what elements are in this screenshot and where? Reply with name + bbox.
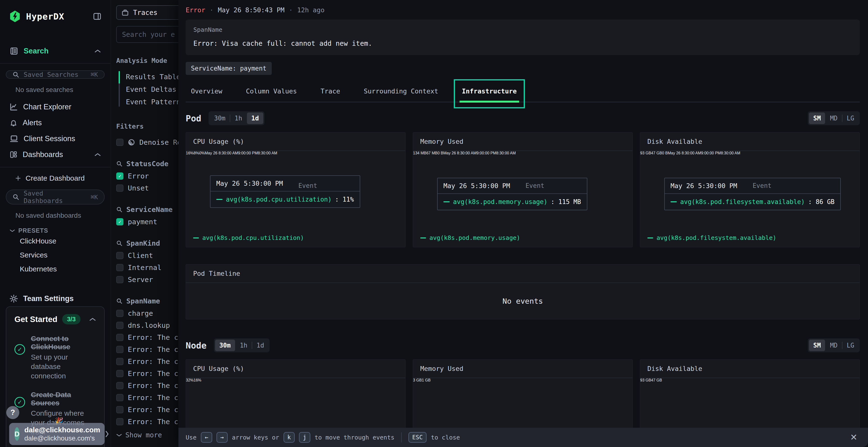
- series-swatch: [671, 201, 677, 202]
- saved-dashboards-input[interactable]: Saved Dashboards ⌘K: [6, 190, 105, 204]
- k-key[interactable]: k: [283, 432, 294, 443]
- unchecked-checkbox[interactable]: [116, 310, 123, 317]
- sidebar-collapse-icon[interactable]: [93, 13, 101, 20]
- filter-option[interactable]: Error: The cr: [116, 332, 179, 343]
- unchecked-checkbox[interactable]: [116, 418, 123, 425]
- unchecked-checkbox[interactable]: [116, 334, 123, 341]
- node-range-1d[interactable]: 1d: [252, 340, 268, 351]
- analysis-mode-event-patterns[interactable]: Event Patterns: [126, 96, 179, 108]
- unchecked-checkbox[interactable]: [116, 276, 123, 283]
- pod-range-1d[interactable]: 1d: [247, 112, 263, 124]
- filter-option[interactable]: Error: The cr: [116, 391, 179, 404]
- filter-option[interactable]: Server: [116, 274, 179, 286]
- sidebar-preset-services[interactable]: Services: [6, 248, 105, 262]
- filter-option[interactable]: Error: The cr: [116, 416, 179, 428]
- filter-option[interactable]: Error: The cr: [116, 343, 179, 355]
- unchecked-checkbox[interactable]: [116, 346, 123, 353]
- arrow-left-key[interactable]: ←: [201, 432, 212, 443]
- filter-option[interactable]: Unset: [116, 182, 179, 194]
- sidebar-item-search[interactable]: Search: [6, 43, 105, 59]
- pod-size-sm[interactable]: SM: [809, 112, 825, 124]
- sidebar-item-client-sessions[interactable]: Client Sessions: [6, 131, 105, 147]
- sidebar-item-dashboards[interactable]: Dashboards: [6, 147, 105, 163]
- chevron-up-icon[interactable]: [89, 317, 96, 321]
- tab-overview[interactable]: Overview: [186, 84, 227, 102]
- help-button[interactable]: ?: [6, 406, 19, 419]
- filter-group-header[interactable]: StatusCode: [116, 158, 179, 170]
- node-size-md[interactable]: MD: [826, 340, 842, 351]
- get-started-header[interactable]: Get Started 3/3: [14, 314, 96, 324]
- chevron-down-icon: [116, 434, 122, 437]
- pod-size-lg[interactable]: LG: [842, 112, 859, 124]
- esc-key[interactable]: ESC: [408, 432, 427, 443]
- sidebar-item-alerts[interactable]: Alerts: [6, 115, 105, 131]
- unchecked-checkbox[interactable]: [116, 322, 123, 329]
- filter-group-spankind: SpanKindClientInternalServer: [116, 237, 179, 286]
- filter-group-spanname: SpanNamechargedns.lookupError: The crErr…: [116, 295, 179, 428]
- chart-plot-area[interactable]: 16%8%0%May 26 8:30:00 AM9:00:00 PM8:30:0…: [186, 151, 405, 232]
- unchecked-checkbox[interactable]: [116, 394, 123, 401]
- saved-searches-input[interactable]: Saved Searches ⌘K: [6, 70, 105, 79]
- filter-option[interactable]: Error: The cr: [116, 368, 179, 380]
- get-started-step[interactable]: ✓Connect to ClickHouseSet up your databa…: [14, 335, 96, 381]
- checked-checkbox[interactable]: ✓: [116, 218, 123, 226]
- node-range-1h[interactable]: 1h: [236, 340, 252, 351]
- filter-group-header[interactable]: ServiceName: [116, 203, 179, 216]
- sidebar-item-chart-explorer[interactable]: Chart Explorer: [6, 99, 105, 115]
- unchecked-checkbox[interactable]: [116, 264, 123, 271]
- filter-group-header[interactable]: SpanKind: [116, 237, 179, 249]
- j-key[interactable]: j: [299, 432, 310, 443]
- sidebar-preset-clickhouse[interactable]: ClickHouse: [6, 234, 105, 248]
- unchecked-checkbox[interactable]: [116, 406, 123, 413]
- unchecked-checkbox[interactable]: [116, 184, 123, 192]
- denoise-checkbox[interactable]: [116, 139, 123, 146]
- event-search-input[interactable]: Search your e: [116, 26, 179, 43]
- search-nav-icon: [10, 47, 18, 55]
- source-select[interactable]: Traces: [116, 5, 179, 20]
- pod-range-30m[interactable]: 30m: [210, 112, 230, 124]
- node-range-30m[interactable]: 30m: [215, 340, 235, 351]
- filter-option[interactable]: charge: [116, 307, 179, 319]
- legend-swatch: [420, 238, 426, 238]
- node-size-sm[interactable]: SM: [809, 340, 825, 351]
- node-size-lg[interactable]: LG: [842, 340, 859, 351]
- pod-range-1h[interactable]: 1h: [230, 112, 246, 124]
- pod-size-md[interactable]: MD: [826, 112, 842, 124]
- separator-dot: ·: [289, 6, 293, 14]
- sidebar-search-label: Search: [24, 47, 49, 56]
- chart-plot-area[interactable]: 134 MB67 MB0 BMay 26 8:30:00 AM9:00:00 P…: [413, 151, 632, 232]
- chart-plot-area[interactable]: 93 GB47 GB0 BMay 26 8:30:00 AM9:00:00 PM…: [640, 151, 860, 232]
- tab-infrastructure[interactable]: Infrastructure: [457, 84, 522, 102]
- filter-option[interactable]: ✓Error: [116, 170, 179, 182]
- create-dashboard-button[interactable]: Create Dashboard: [6, 172, 105, 185]
- analysis-mode-event-deltas[interactable]: Event Deltas: [126, 83, 179, 96]
- tab-column-values[interactable]: Column Values: [241, 84, 302, 102]
- show-more-button[interactable]: Show more: [116, 431, 179, 439]
- filter-group-header[interactable]: SpanName: [116, 295, 179, 307]
- filter-option[interactable]: Error: The cr: [116, 380, 179, 391]
- denoise-toggle[interactable]: Denoise Re: [116, 136, 179, 148]
- svg-text:93 GB: 93 GB: [640, 151, 651, 155]
- user-menu[interactable]: D dale@clickhouse.com dale@clickhouse.co…: [9, 423, 105, 445]
- sidebar-item-team-settings[interactable]: Team Settings: [6, 291, 105, 306]
- legend-label: avg(k8s.pod.filesystem.available): [656, 234, 776, 241]
- filter-option[interactable]: Internal: [116, 262, 179, 274]
- filter-option[interactable]: Error: The cr: [116, 355, 179, 368]
- presets-toggle[interactable]: PRESETS: [6, 227, 105, 234]
- checked-checkbox[interactable]: ✓: [116, 172, 123, 180]
- unchecked-checkbox[interactable]: [116, 382, 123, 389]
- filter-option[interactable]: dns.lookup: [116, 319, 179, 332]
- filter-option[interactable]: ✓payment: [116, 216, 179, 228]
- sidebar-preset-kubernetes[interactable]: Kubernetes: [6, 262, 105, 276]
- tab-trace[interactable]: Trace: [316, 84, 345, 102]
- tab-surrounding-context[interactable]: Surrounding Context: [359, 84, 443, 102]
- filter-option[interactable]: Client: [116, 249, 179, 262]
- filter-option[interactable]: Error: The cr: [116, 404, 179, 416]
- arrow-right-key[interactable]: →: [217, 432, 227, 443]
- unchecked-checkbox[interactable]: [116, 252, 123, 259]
- unchecked-checkbox[interactable]: [116, 358, 123, 365]
- unchecked-checkbox[interactable]: [116, 370, 123, 377]
- service-name-chip[interactable]: ServiceName: payment: [186, 62, 272, 75]
- analysis-mode-results-table[interactable]: Results Table: [126, 71, 179, 83]
- close-icon[interactable]: ✕: [850, 432, 858, 442]
